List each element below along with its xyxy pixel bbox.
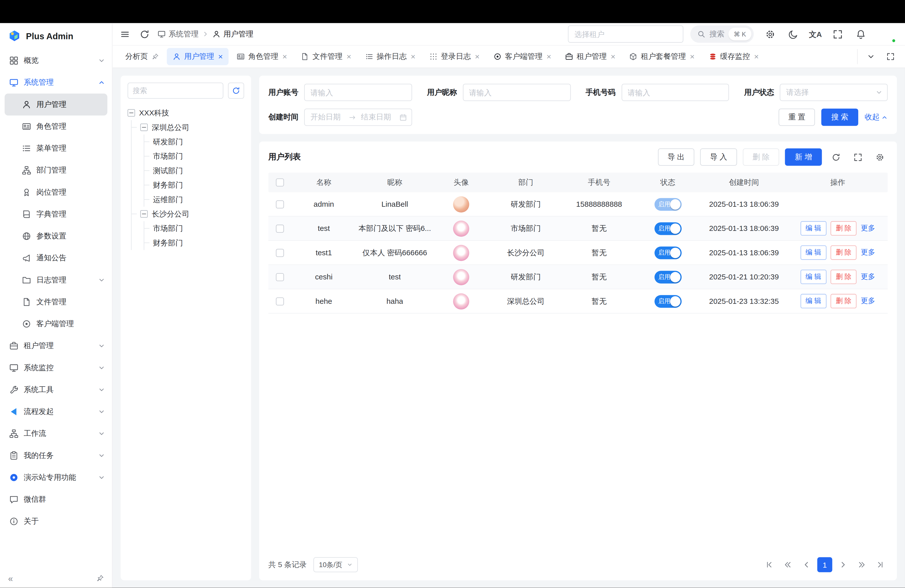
sidebar-item-menu[interactable]: 菜单管理 (0, 137, 112, 159)
sidebar-item-logs[interactable]: 日志管理 (0, 269, 112, 291)
sidebar-item-tools[interactable]: 系统工具 (0, 379, 112, 400)
tree-node[interactable]: 测试部门 (144, 164, 244, 178)
phone-input[interactable] (621, 84, 729, 101)
search-button[interactable]: 搜 索 (822, 109, 858, 126)
sidebar-item-tasks[interactable]: 我的任务 (0, 445, 112, 467)
tree-node[interactable]: 市场部门 (144, 221, 244, 235)
sidebar-item-about[interactable]: 关于 (0, 510, 112, 532)
sidebar-item-dept[interactable]: 部门管理 (0, 159, 112, 181)
delete-button[interactable]: 删 除 (830, 245, 857, 260)
tab-close-icon[interactable]: × (475, 52, 479, 60)
sidebar-item-overview[interactable]: 概览 (0, 49, 112, 72)
batch-delete-button[interactable]: 删 除 (743, 148, 779, 166)
delete-button[interactable]: 删 除 (830, 270, 857, 284)
sidebar-item-flow-start[interactable]: 流程发起 (0, 400, 112, 423)
user-avatar-button[interactable] (878, 25, 896, 43)
sidebar-item-workflow[interactable]: 工作流 (0, 423, 112, 445)
pagination-last-button[interactable] (873, 557, 888, 572)
translate-button[interactable]: 文A (809, 27, 822, 42)
tab-close-icon[interactable]: × (411, 52, 416, 60)
sidebar-item-clients[interactable]: 客户端管理 (0, 313, 112, 335)
tab-login-log[interactable]: 登录日志× (424, 48, 486, 65)
sidebar-item-files[interactable]: 文件管理 (0, 291, 112, 313)
tree-node[interactable]: 运维部门 (144, 192, 244, 207)
account-input[interactable] (304, 84, 412, 101)
export-button[interactable]: 导 出 (657, 148, 694, 166)
status-toggle[interactable]: 启用 (654, 222, 681, 235)
edit-button[interactable]: 编 辑 (800, 270, 827, 284)
tab-close-icon[interactable]: × (754, 52, 759, 60)
row-checkbox[interactable] (276, 224, 284, 232)
tenant-select-input[interactable] (568, 25, 684, 43)
more-button[interactable]: 更多 (861, 248, 875, 257)
status-toggle[interactable]: 启用 (654, 198, 681, 210)
pagination-next-5-button[interactable] (854, 557, 869, 572)
pagination-first-button[interactable] (762, 557, 777, 572)
sidebar-item-dict[interactable]: 字典管理 (0, 203, 112, 225)
date-range-picker[interactable]: 开始日期 结束日期 (304, 109, 412, 126)
status-toggle[interactable]: 启用 (654, 271, 681, 283)
more-button[interactable]: 更多 (861, 272, 875, 282)
tab-analysis[interactable]: 分析页 (119, 48, 164, 65)
breadcrumb-item[interactable]: 系统管理 (158, 29, 198, 39)
sidebar-item-monitor[interactable]: 系统监控 (0, 357, 112, 379)
pagination-prev-button[interactable] (799, 557, 814, 572)
tree-search-input[interactable] (127, 83, 223, 99)
nickname-input[interactable] (463, 84, 571, 101)
table-fullscreen-button[interactable] (850, 149, 866, 165)
pagination-prev-5-button[interactable] (780, 557, 795, 572)
tree-node[interactable]: 财务部门 (144, 236, 244, 250)
sidebar-item-post[interactable]: 岗位管理 (0, 181, 112, 203)
import-button[interactable]: 导 入 (700, 148, 737, 166)
row-checkbox[interactable] (276, 297, 284, 305)
tree-node[interactable]: 财务部门 (144, 178, 244, 192)
fullscreen-button[interactable] (830, 27, 845, 42)
tab-tenant-mgmt[interactable]: 租户管理× (559, 48, 621, 65)
page-size-select[interactable]: 10条/页 (314, 557, 358, 572)
tab-close-icon[interactable]: × (546, 52, 551, 60)
collapse-filter-link[interactable]: 收起 (865, 112, 888, 122)
sidebar-item-role[interactable]: 角色管理 (0, 116, 112, 137)
reset-button[interactable]: 重 置 (778, 109, 815, 126)
sidebar-toggle-button[interactable] (117, 27, 132, 42)
global-search-button[interactable]: 搜索 ⌘ K (690, 25, 753, 43)
tab-role-mgmt[interactable]: 角色管理× (231, 48, 293, 65)
delete-button[interactable]: 删 除 (830, 221, 857, 235)
tab-user-mgmt[interactable]: 用户管理× (167, 48, 229, 65)
status-toggle[interactable]: 启用 (654, 295, 681, 308)
tab-client-mgmt[interactable]: 客户端管理× (488, 48, 557, 65)
tab-list-dropdown-button[interactable] (864, 49, 879, 64)
tab-close-icon[interactable]: × (282, 52, 287, 60)
edit-button[interactable]: 编 辑 (800, 245, 827, 260)
status-toggle[interactable]: 启用 (654, 246, 681, 259)
delete-button[interactable]: 删 除 (830, 294, 857, 308)
tree-refresh-button[interactable] (228, 83, 244, 99)
tab-close-icon[interactable]: × (346, 52, 351, 60)
sidebar-item-user[interactable]: 用户管理 (5, 94, 107, 116)
more-button[interactable]: 更多 (861, 224, 875, 234)
pagination-current-page[interactable]: 1 (817, 557, 832, 572)
tab-close-icon[interactable]: × (690, 52, 695, 60)
select-all-checkbox[interactable] (276, 178, 284, 186)
row-checkbox[interactable] (276, 200, 284, 208)
pagination-next-button[interactable] (836, 557, 851, 572)
table-settings-button[interactable] (872, 149, 888, 165)
tab-op-log[interactable]: 操作日志× (359, 48, 421, 65)
pin-sidebar-button[interactable] (96, 574, 104, 582)
edit-button[interactable]: 编 辑 (800, 221, 827, 235)
sidebar-item-notice[interactable]: 通知公告 (0, 247, 112, 269)
tree-node[interactable]: 市场部门 (144, 149, 244, 163)
status-select[interactable]: 请选择 (780, 84, 888, 101)
tab-close-icon[interactable]: × (611, 52, 615, 60)
breadcrumb-item[interactable]: 用户管理 (213, 29, 253, 39)
tab-close-icon[interactable]: × (218, 52, 223, 60)
content-fullscreen-button[interactable] (883, 49, 898, 64)
row-checkbox[interactable] (276, 248, 284, 256)
tree-node[interactable]: 深圳总公司 (132, 120, 244, 135)
tree-node[interactable]: XXX科技 (127, 106, 244, 120)
tree-node[interactable]: 研发部门 (144, 135, 244, 149)
row-checkbox[interactable] (276, 273, 284, 281)
sidebar-item-tenant[interactable]: 租户管理 (0, 335, 112, 357)
tree-expander-icon[interactable] (140, 124, 148, 131)
sidebar-item-params[interactable]: 参数设置 (0, 225, 112, 247)
